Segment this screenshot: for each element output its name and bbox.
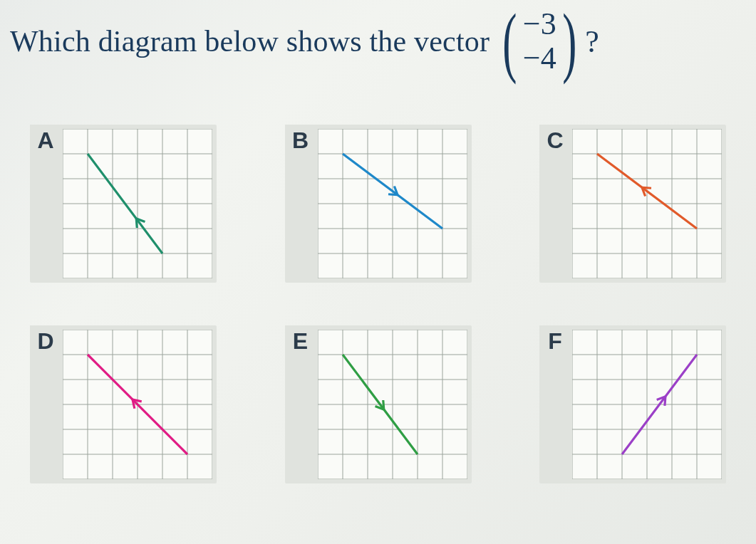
- vector-y: −4: [523, 41, 556, 75]
- diagram-row: D E F: [30, 325, 726, 483]
- panel-grid: [572, 129, 722, 278]
- diagram-grid: A B C D E F: [30, 125, 726, 544]
- panel-e[interactable]: E: [285, 325, 472, 483]
- panel-a[interactable]: A: [30, 125, 217, 283]
- question-mark: ?: [585, 23, 599, 60]
- left-paren-icon: (: [502, 14, 517, 69]
- question-row: Which diagram below shows the vector ( −…: [10, 7, 750, 76]
- panel-label: F: [539, 325, 571, 357]
- panel-label: D: [30, 325, 61, 357]
- panel-label: E: [285, 325, 316, 357]
- panel-f[interactable]: F: [539, 325, 726, 483]
- vector-x: −3: [523, 7, 556, 41]
- panel-c[interactable]: C: [539, 125, 726, 283]
- question-text: Which diagram below shows the vector: [10, 24, 490, 58]
- panel-grid: [63, 129, 212, 278]
- panel-grid: [572, 330, 722, 479]
- panel-grid: [63, 330, 212, 479]
- right-paren-icon: ): [562, 14, 576, 69]
- panel-grid: [318, 129, 467, 278]
- panel-label: B: [285, 125, 316, 156]
- panel-label: A: [30, 125, 61, 156]
- panel-b[interactable]: B: [285, 125, 472, 283]
- diagram-row: A B C: [30, 125, 726, 283]
- panel-d[interactable]: D: [30, 325, 217, 483]
- panel-label: C: [539, 125, 571, 156]
- panel-grid: [318, 330, 467, 479]
- column-vector: ( −3 −4 ): [497, 7, 582, 76]
